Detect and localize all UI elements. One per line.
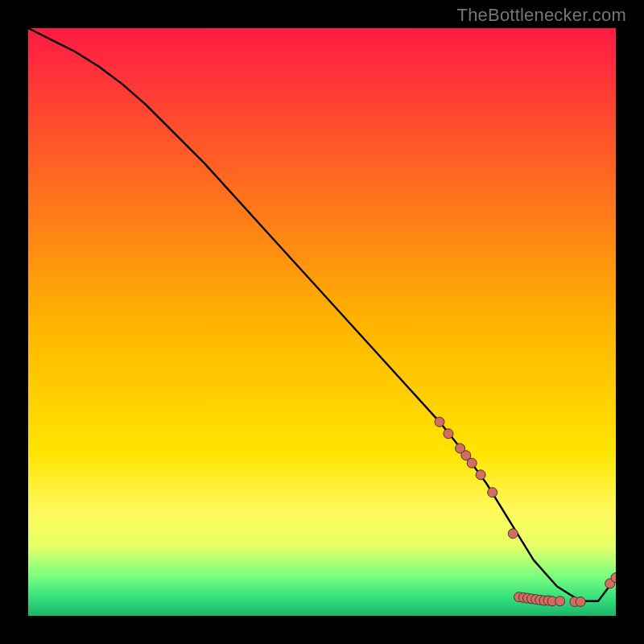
chart-stage: TheBottlenecker.com	[0, 0, 644, 644]
data-marker	[576, 597, 585, 606]
data-marker	[555, 597, 565, 606]
plot-background	[28, 28, 616, 616]
data-marker	[476, 470, 485, 480]
plot-area	[28, 28, 616, 616]
plot-svg	[28, 28, 616, 616]
data-marker	[435, 417, 444, 427]
data-marker	[467, 458, 477, 468]
data-marker	[488, 488, 497, 497]
data-marker	[508, 529, 518, 539]
data-marker	[444, 429, 453, 439]
attribution-text: TheBottlenecker.com	[457, 5, 626, 26]
